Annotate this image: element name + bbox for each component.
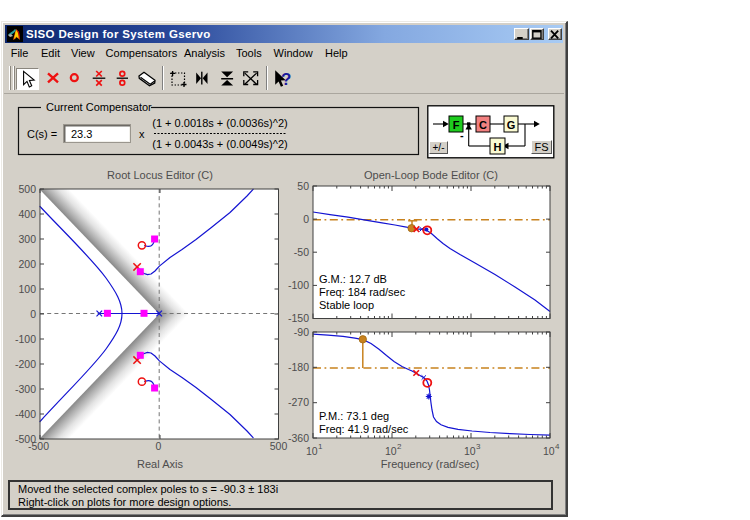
svg-text:G.M.: 12.7 dB: G.M.: 12.7 dB: [319, 273, 387, 285]
svg-text:500: 500: [270, 440, 288, 452]
svg-text:Open-Loop Bode Editor (C): Open-Loop Bode Editor (C): [364, 169, 498, 181]
svg-text:Frequency (rad/sec): Frequency (rad/sec): [381, 458, 479, 470]
svg-text:-90: -90: [294, 326, 309, 338]
svg-text:50: 50: [297, 180, 309, 192]
svg-text:-100: -100: [288, 279, 309, 291]
svg-text:Freq: 184 rad/sec: Freq: 184 rad/sec: [319, 286, 406, 298]
svg-text:-200: -200: [15, 358, 36, 370]
svg-text:P.M.: 73.1 deg: P.M.: 73.1 deg: [319, 410, 389, 422]
svg-text:-270: -270: [288, 396, 309, 408]
svg-text:0: 0: [30, 308, 36, 320]
svg-text:-50: -50: [294, 246, 309, 258]
svg-text:200: 200: [18, 258, 36, 270]
svg-text:0: 0: [303, 213, 309, 225]
svg-text:-100: -100: [15, 333, 36, 345]
svg-text:Real Axis: Real Axis: [137, 458, 183, 470]
svg-text:2: 2: [397, 442, 402, 451]
svg-text:3: 3: [476, 442, 481, 451]
svg-text:-500: -500: [28, 440, 49, 452]
svg-text:1: 1: [318, 442, 323, 451]
svg-text:-300: -300: [15, 383, 36, 395]
svg-text:10: 10: [543, 445, 555, 457]
svg-text:10: 10: [306, 445, 318, 457]
svg-text:100: 100: [18, 283, 36, 295]
svg-text:10: 10: [385, 445, 397, 457]
svg-text:10: 10: [464, 445, 476, 457]
svg-text:-180: -180: [288, 361, 309, 373]
svg-text:0: 0: [156, 440, 162, 452]
svg-text:-400: -400: [15, 408, 36, 420]
svg-text:Freq: 41.9 rad/sec: Freq: 41.9 rad/sec: [319, 423, 409, 435]
svg-text:500: 500: [18, 183, 36, 195]
svg-text:-150: -150: [288, 312, 309, 324]
svg-text:300: 300: [18, 233, 36, 245]
svg-text:Root Locus Editor (C): Root Locus Editor (C): [107, 169, 213, 181]
svg-text:400: 400: [18, 208, 36, 220]
svg-text:-360: -360: [288, 432, 309, 444]
svg-text:Stable loop: Stable loop: [319, 299, 374, 311]
svg-text:4: 4: [555, 442, 560, 451]
